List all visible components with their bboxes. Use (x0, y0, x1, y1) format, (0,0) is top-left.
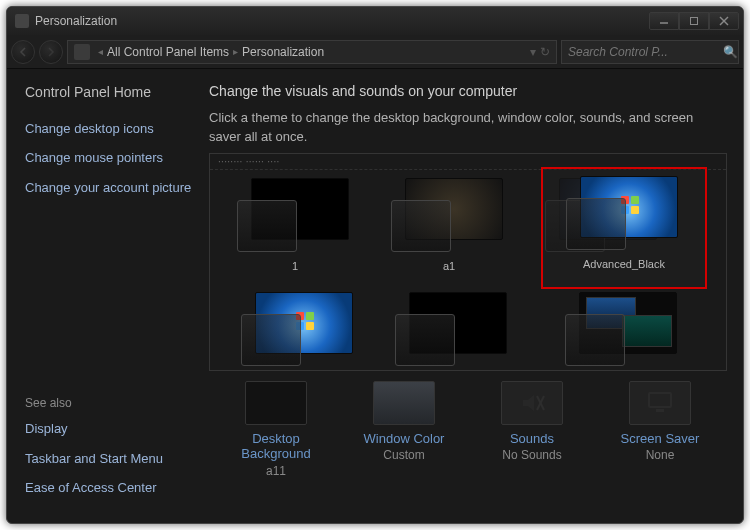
search-input[interactable] (568, 45, 719, 59)
theme-window-overlay (566, 198, 626, 250)
theme-item-selected[interactable]: Advanced_Black (542, 168, 706, 288)
sidebar-link-account-picture[interactable]: Change your account picture (25, 179, 195, 197)
bot-label: Desktop Background (221, 431, 331, 462)
chevron-right-icon: ▸ (233, 46, 238, 57)
refresh-icon[interactable]: ↻ (540, 45, 550, 59)
bot-label: Screen Saver (621, 431, 700, 447)
svg-rect-6 (656, 409, 664, 412)
app-icon (15, 14, 29, 28)
search-icon: 🔍 (723, 45, 738, 59)
window-buttons (649, 12, 739, 30)
see-also-label: See also (25, 396, 195, 410)
sidebar-link-taskbar[interactable]: Taskbar and Start Menu (25, 450, 195, 468)
bottom-actions: Desktop Background a11 Window Color Cust… (209, 371, 727, 478)
theme-item[interactable] (222, 288, 376, 371)
sidebar: Control Panel Home Change desktop icons … (7, 69, 199, 523)
theme-window-overlay (391, 200, 451, 252)
address-dropdown[interactable]: ▾ ↻ (530, 45, 550, 59)
sounds-icon (501, 381, 563, 425)
window-color-thumb (373, 381, 435, 425)
theme-window-overlay (237, 200, 297, 252)
bot-sub: No Sounds (502, 448, 561, 462)
sounds-button[interactable]: Sounds No Sounds (477, 381, 587, 478)
close-button[interactable] (709, 12, 739, 30)
main-panel: Change the visuals and sounds on your co… (199, 69, 743, 523)
navbar: ◂ All Control Panel Items ▸ Personalizat… (7, 35, 743, 69)
desktop-bg-thumb (245, 381, 307, 425)
page-heading: Change the visuals and sounds on your co… (209, 83, 727, 99)
bot-sub: a11 (266, 464, 286, 478)
back-button[interactable] (11, 40, 35, 64)
bot-label: Window Color (364, 431, 445, 447)
window-title: Personalization (35, 14, 117, 28)
bot-label: Sounds (510, 431, 554, 447)
theme-window-overlay (241, 314, 301, 366)
forward-button[interactable] (39, 40, 63, 64)
themes-grid: 1 a1 (210, 170, 726, 280)
sidebar-link-desktop-icons[interactable]: Change desktop icons (25, 120, 195, 138)
body: Control Panel Home Change desktop icons … (7, 69, 743, 523)
theme-item[interactable]: a1 (372, 174, 526, 280)
theme-label: 1 (292, 260, 298, 272)
maximize-button[interactable] (679, 12, 709, 30)
theme-label: Advanced_Black (583, 258, 665, 270)
chevron-left-icon: ◂ (98, 46, 103, 57)
location-icon (74, 44, 90, 60)
theme-item[interactable] (546, 288, 700, 371)
search-box[interactable]: 🔍 (561, 40, 739, 64)
minimize-button[interactable] (649, 12, 679, 30)
bot-sub: Custom (383, 448, 424, 462)
window-color-button[interactable]: Window Color Custom (349, 381, 459, 478)
screensaver-icon (629, 381, 691, 425)
breadcrumb-item[interactable]: All Control Panel Items (107, 45, 229, 59)
screen-saver-button[interactable]: Screen Saver None (605, 381, 715, 478)
themes-container: ········ ······ ···· 1 (209, 153, 727, 371)
control-panel-home-link[interactable]: Control Panel Home (25, 83, 195, 102)
theme-item[interactable] (376, 288, 530, 371)
theme-window-overlay (395, 314, 455, 366)
address-bar[interactable]: ◂ All Control Panel Items ▸ Personalizat… (67, 40, 557, 64)
theme-item[interactable]: 1 (218, 174, 372, 280)
bot-sub: None (646, 448, 675, 462)
sidebar-link-mouse-pointers[interactable]: Change mouse pointers (25, 149, 195, 167)
sidebar-link-display[interactable]: Display (25, 420, 195, 438)
titlebar: Personalization (7, 7, 743, 35)
personalization-window: Personalization ◂ All Control Panel Item… (6, 6, 744, 524)
breadcrumb-item[interactable]: Personalization (242, 45, 324, 59)
svg-rect-5 (649, 393, 671, 407)
sidebar-link-ease-of-access[interactable]: Ease of Access Center (25, 479, 195, 497)
desktop-background-button[interactable]: Desktop Background a11 (221, 381, 331, 478)
theme-window-overlay (565, 314, 625, 366)
theme-label: a1 (443, 260, 455, 272)
page-subtext: Click a theme to change the desktop back… (209, 109, 727, 147)
